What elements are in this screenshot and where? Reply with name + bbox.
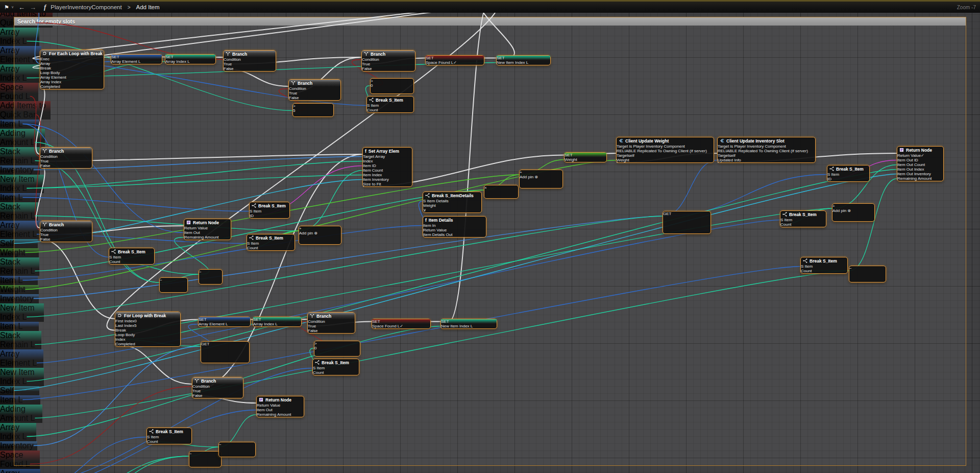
get-array-item[interactable]: GET — [201, 341, 250, 363]
set-new-item-index-l[interactable]: SETNew Item Index L — [496, 55, 551, 65]
add-pin-button[interactable]: Add pin ⊕ — [832, 208, 874, 213]
branch[interactable]: BranchConditionTrueFalse — [288, 79, 341, 101]
breadcrumb-leaf[interactable]: Add Item — [136, 4, 160, 10]
pin-label: S Item — [801, 264, 813, 269]
subtract[interactable]: − — [218, 442, 256, 457]
set-array-element-l[interactable]: SETArray Element L — [111, 54, 162, 64]
return-node[interactable]: Return NodeReturn Value✓Item Out IDItem … — [897, 146, 944, 181]
comment-box[interactable]: Search for empty slots — [14, 17, 966, 466]
expand-chevron-icon[interactable]: ∨ — [423, 208, 481, 212]
break-s-item[interactable]: Break S_ItemS ItemCount — [800, 257, 848, 274]
branch[interactable]: BranchConditionTrueFalse — [361, 50, 415, 72]
pin-label: Weight — [617, 158, 629, 162]
add[interactable]: +Add pin ⊕ — [832, 203, 875, 222]
add-pin-button[interactable]: Add pin ⊕ — [299, 231, 341, 235]
subtract[interactable]: − — [159, 277, 188, 293]
subtract[interactable]: − — [199, 269, 223, 285]
break-icon — [111, 249, 116, 254]
get-array-item[interactable]: GET — [663, 211, 711, 234]
break-s-item[interactable]: Break S_ItemS ItemCount — [109, 248, 155, 265]
pin-label: Remaining Amount — [184, 235, 219, 240]
literal-value[interactable]: 0 — [134, 319, 136, 323]
literal-value[interactable]: self — [729, 153, 735, 158]
break-s-item[interactable]: Break S_ItemS ItemID — [827, 165, 870, 182]
pin-label: First Index — [115, 319, 134, 323]
item-details[interactable]: fItem DetailsItem InReturn ValueItem Det… — [423, 216, 486, 238]
branch[interactable]: BranchConditionTrueFalse — [40, 221, 92, 242]
loop-icon — [117, 313, 122, 318]
bookmark-dropdown-icon[interactable]: ∨ — [11, 5, 14, 9]
node-title: Break S_Item — [376, 98, 403, 103]
set-array-element-l[interactable]: SETArray Element L — [198, 317, 251, 327]
greater-than[interactable]: >5 — [292, 103, 334, 117]
pin-label: Count — [147, 439, 158, 444]
add[interactable]: +Add pin ⊕ — [519, 170, 563, 188]
pin-label: Return Value — [897, 153, 921, 158]
pin-label: S Item — [827, 172, 839, 177]
graph-canvas[interactable]: Search for empty slots For Each Loop wit… — [0, 0, 980, 473]
literal-value[interactable]: 0 — [314, 346, 316, 350]
literal-value[interactable]: 5 — [293, 108, 295, 113]
break-s-item[interactable]: Break S_ItemS ItemID — [249, 202, 290, 219]
pin-label: Break — [40, 66, 51, 70]
subtract[interactable]: − — [189, 451, 222, 467]
checkbox[interactable]: ✓ — [921, 153, 924, 158]
literal-value[interactable]: 0 — [371, 83, 373, 88]
branch[interactable]: BranchConditionTrueFalse — [307, 312, 355, 334]
break-s-item[interactable]: Break S_ItemS ItemCount — [247, 234, 295, 251]
set-array-index-l[interactable]: SETArray Index L — [253, 317, 302, 327]
return-node[interactable]: Return NodeReturn ValueItem OutRemaining… — [184, 219, 231, 240]
literal-value[interactable]: 5 — [134, 323, 136, 328]
break-s-itemdetails[interactable]: Break S_ItemDetailsS Item DetailsWeight∨ — [423, 192, 482, 213]
greater-than[interactable]: >0 — [314, 341, 360, 357]
subtract[interactable]: − — [849, 266, 886, 282]
pin-label: S Item — [109, 255, 121, 259]
variable-label: Array Index L — [253, 322, 278, 326]
node-title: SET — [565, 153, 573, 157]
multiply[interactable]: × — [484, 185, 519, 199]
set-space-found-l[interactable]: SETSpace Found L✓ — [425, 55, 484, 65]
for-loop-with-break[interactable]: For Loop with BreakFirst Index0Last Inde… — [115, 312, 181, 347]
pin-label: False — [362, 66, 372, 71]
break-s-item[interactable]: Break S_ItemS ItemCount — [366, 96, 414, 113]
operator-glyph: > — [314, 341, 360, 346]
greater-than[interactable]: >0 — [370, 78, 414, 94]
pin-label: Index — [115, 337, 126, 342]
rpc-icon — [619, 138, 623, 143]
return-node[interactable]: Return NodeReturn ValueItem OutRemaining… — [256, 396, 304, 417]
breadcrumb-root[interactable]: PlayerInventoryComponent — [51, 4, 121, 10]
node-title: Return Node — [193, 220, 219, 225]
for-each-loop-with-break[interactable]: For Each Loop with BreakExecArrayBreakLo… — [40, 50, 104, 89]
variable-label: Self — [0, 386, 14, 395]
var-get-array-element-l[interactable]: Array Element L — [0, 469, 40, 473]
branch[interactable]: BranchConditionTrueFalse — [192, 377, 243, 398]
node-title: Break S_Item — [322, 360, 349, 365]
add[interactable]: +Add pin ⊕ — [299, 226, 341, 245]
rpc-icon — [720, 138, 724, 143]
pin-label: Size to Fit — [363, 182, 381, 186]
branch[interactable]: BranchConditionTrueFalse — [223, 50, 276, 72]
client-update-inventory-slot[interactable]: Client Update Inventory SlotTarget is Pl… — [717, 137, 816, 163]
set-space-found-l[interactable]: SETSpace Found L✓ — [372, 319, 431, 329]
checkbox[interactable]: ✓ — [453, 60, 457, 65]
return-icon — [899, 148, 904, 152]
checkbox[interactable]: ✓ — [400, 324, 403, 328]
add-pin-button[interactable]: Add pin ⊕ — [520, 175, 562, 179]
set-weight[interactable]: SETWeight — [564, 152, 607, 162]
break-s-item[interactable]: Break S_ItemS ItemCount — [146, 428, 192, 444]
forward-icon[interactable]: → — [30, 4, 36, 11]
break-icon — [149, 429, 154, 434]
break-s-item[interactable]: Break S_ItemS ItemCount — [312, 359, 359, 375]
comment-title[interactable]: Search for empty slots — [14, 17, 966, 26]
client-update-weight[interactable]: Client Update WeightTarget is Player Inv… — [616, 137, 714, 163]
branch[interactable]: BranchConditionTrueFalse — [40, 147, 92, 169]
pin-label: False — [192, 393, 203, 398]
set-array-elem[interactable]: fSet Array ElemTarget ArrayIndexItem IDI… — [362, 147, 412, 187]
break-s-item[interactable]: Break S_ItemS ItemCount — [780, 210, 826, 227]
node-title: Return Node — [906, 148, 932, 153]
bookmark-icon[interactable]: ⚑ — [4, 4, 9, 11]
literal-value[interactable]: self — [628, 153, 634, 158]
back-icon[interactable]: ← — [18, 4, 25, 11]
set-new-item-index-l[interactable]: SETNew Item Index L — [440, 319, 497, 329]
set-array-index-l[interactable]: SETArray Index L — [165, 54, 216, 64]
